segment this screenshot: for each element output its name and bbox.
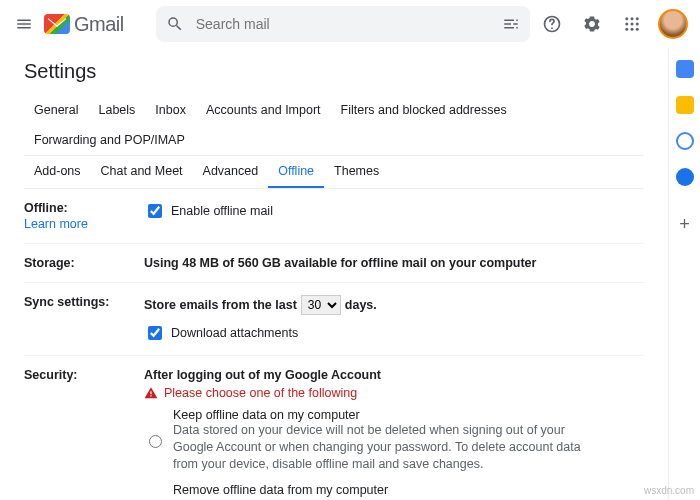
tab-accounts[interactable]: Accounts and Import	[196, 95, 331, 125]
tab-chat[interactable]: Chat and Meet	[91, 156, 193, 188]
tab-themes[interactable]: Themes	[324, 156, 389, 188]
section-offline: Offline: Learn more Enable offline mail	[24, 189, 644, 244]
tab-advanced[interactable]: Advanced	[193, 156, 269, 188]
app-header: Gmail	[0, 0, 700, 48]
page-title: Settings	[24, 60, 644, 83]
section-storage: Storage: Using 48 MB of 560 GB available…	[24, 244, 644, 283]
warning-triangle-icon	[144, 386, 158, 400]
offline-label-text: Offline:	[24, 201, 68, 215]
tab-addons[interactable]: Add-ons	[24, 156, 91, 188]
keep-data-desc: Data stored on your device will not be d…	[173, 422, 593, 473]
section-security: Security: After logging out of my Google…	[24, 356, 644, 500]
header-actions	[538, 9, 688, 39]
learn-more-link[interactable]: Learn more	[24, 217, 144, 231]
watermark-text: wsxdn.com	[644, 485, 694, 496]
side-panel: +	[668, 48, 700, 500]
svg-point-9	[636, 28, 639, 31]
hamburger-menu-icon[interactable]	[12, 12, 36, 36]
gmail-logo[interactable]: Gmail	[44, 13, 124, 36]
sync-prefix: Store emails from the last	[144, 298, 297, 312]
section-sync: Sync settings: Store emails from the las…	[24, 283, 644, 356]
svg-point-6	[636, 23, 639, 26]
enable-offline-text: Enable offline mail	[171, 204, 273, 218]
enable-offline-input[interactable]	[148, 204, 162, 218]
remove-data-desc: Data will need to be resynced on your co…	[173, 497, 593, 500]
account-avatar[interactable]	[658, 9, 688, 39]
keep-data-option[interactable]: Keep offline data on my computer Data st…	[144, 408, 644, 473]
svg-point-7	[625, 28, 628, 31]
storage-label: Storage:	[24, 256, 144, 270]
add-addon-icon[interactable]: +	[679, 214, 690, 235]
tab-forwarding[interactable]: Forwarding and POP/IMAP	[24, 125, 195, 155]
tab-labels[interactable]: Labels	[88, 95, 145, 125]
svg-point-8	[631, 28, 634, 31]
calendar-addon-icon[interactable]	[676, 60, 694, 78]
keep-data-title: Keep offline data on my computer	[173, 408, 593, 422]
search-input[interactable]	[194, 15, 492, 33]
search-icon	[166, 15, 184, 33]
keep-addon-icon[interactable]	[676, 96, 694, 114]
download-attachments-input[interactable]	[148, 326, 162, 340]
security-warning-text: Please choose one of the following	[164, 386, 357, 400]
tab-offline[interactable]: Offline	[268, 156, 324, 188]
gmail-logo-text: Gmail	[74, 13, 124, 36]
svg-point-4	[625, 23, 628, 26]
sync-suffix: days.	[345, 298, 377, 312]
svg-point-2	[631, 17, 634, 20]
search-bar[interactable]	[156, 6, 530, 42]
svg-point-1	[625, 17, 628, 20]
storage-text: Using 48 MB of 560 GB available for offl…	[144, 256, 644, 270]
keep-data-radio[interactable]	[149, 410, 162, 473]
remove-data-title: Remove offline data from my computer	[173, 483, 593, 497]
gmail-logo-icon	[44, 14, 70, 34]
download-attachments-checkbox[interactable]: Download attachments	[144, 323, 644, 343]
security-warning: Please choose one of the following	[144, 386, 644, 400]
download-attachments-text: Download attachments	[171, 326, 298, 340]
tab-general[interactable]: General	[24, 95, 88, 125]
svg-point-3	[636, 17, 639, 20]
tasks-addon-icon[interactable]	[676, 132, 694, 150]
help-icon[interactable]	[538, 10, 566, 38]
gear-icon[interactable]	[578, 10, 606, 38]
offline-label: Offline: Learn more	[24, 201, 144, 231]
settings-tabs-row2: Add-ons Chat and Meet Advanced Offline T…	[24, 156, 644, 189]
settings-content: Settings General Labels Inbox Accounts a…	[0, 48, 668, 500]
enable-offline-checkbox[interactable]: Enable offline mail	[144, 201, 644, 221]
tab-inbox[interactable]: Inbox	[145, 95, 196, 125]
apps-grid-icon[interactable]	[618, 10, 646, 38]
contacts-addon-icon[interactable]	[676, 168, 694, 186]
security-heading: After logging out of my Google Account	[144, 368, 644, 382]
settings-tabs-row1: General Labels Inbox Accounts and Import…	[24, 95, 644, 156]
svg-point-5	[631, 23, 634, 26]
sync-days-select[interactable]: 30	[301, 295, 341, 315]
security-label: Security:	[24, 368, 144, 500]
remove-data-radio[interactable]	[149, 485, 162, 500]
tab-filters[interactable]: Filters and blocked addresses	[331, 95, 517, 125]
sync-label: Sync settings:	[24, 295, 144, 343]
search-options-icon[interactable]	[502, 15, 520, 33]
remove-data-option[interactable]: Remove offline data from my computer Dat…	[144, 483, 644, 500]
